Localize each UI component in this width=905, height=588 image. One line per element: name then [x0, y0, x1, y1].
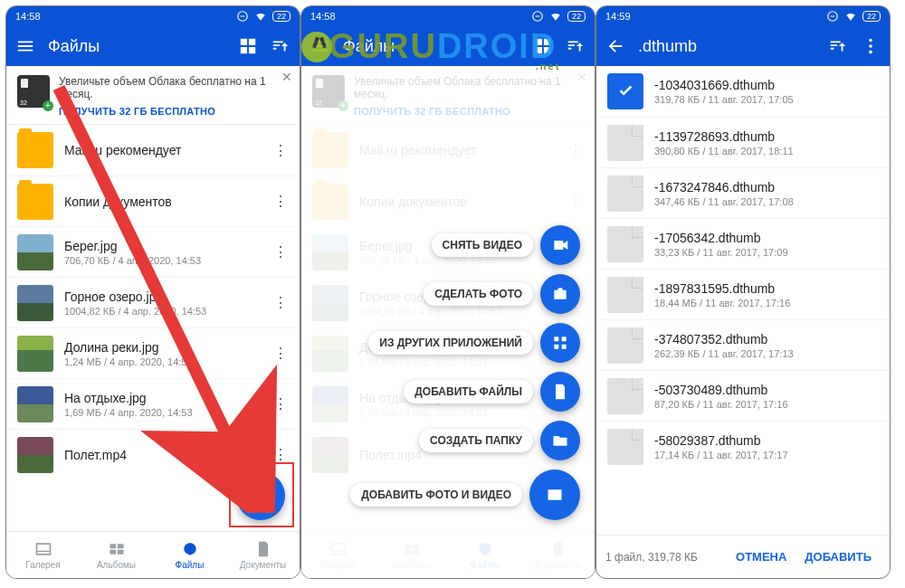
app-title: .dthumb: [638, 37, 815, 56]
file-name: Горное озеро.jpg: [64, 289, 260, 304]
file-row[interactable]: -1034031669.dthumb 319,78 КБ / 11 авг. 2…: [596, 66, 890, 117]
speed-dial-video-button[interactable]: [540, 225, 580, 265]
file-row[interactable]: -374807352.dthumb 262,39 КБ / 11 авг. 20…: [596, 319, 890, 370]
phone-1: 14:58 22 Файлы 32+ Увеличьте объем Облак…: [5, 5, 300, 579]
file-meta: 17,14 КБ / 11 авг. 2017, 17:17: [654, 450, 879, 460]
file-row[interactable]: На отдыхе.jpg 1,69 МБ / 4 апр. 2020, 14:…: [6, 378, 300, 429]
svg-point-3: [869, 44, 872, 48]
sort-icon[interactable]: [566, 36, 586, 56]
selection-summary: 1 файл, 319,78 КБ: [605, 551, 727, 564]
file-thumb: [17, 184, 53, 220]
status-bar: 14:58 22: [6, 6, 300, 26]
file-name: -58029387.dthumb: [654, 433, 879, 448]
status-icons: 22: [531, 10, 586, 23]
file-name: -1139728693.dthumb: [654, 129, 879, 144]
file-meta: 87,20 КБ / 11 авг. 2017, 17:16: [654, 399, 879, 410]
selection-footer: 1 файл, 319,78 КБ ОТМЕНА ДОБАВИТЬ: [596, 535, 890, 578]
apps-icon: [551, 334, 569, 352]
status-icons: 22: [236, 10, 291, 23]
checkbox-checked-icon[interactable]: [607, 73, 643, 109]
hamburger-icon[interactable]: [15, 36, 35, 56]
file-row[interactable]: Mail.ru рекомендует ⋮: [6, 125, 300, 175]
speed-dial-label[interactable]: СДЕЛАТЬ ФОТО: [424, 282, 533, 306]
app-bar: Файлы: [6, 26, 300, 66]
bottom-nav-альбомы[interactable]: Альбомы: [80, 532, 153, 578]
file-row[interactable]: Берег.jpg 706,70 КБ / 4 апр. 2020, 14:53…: [6, 226, 300, 277]
speed-dial-apps-button[interactable]: [540, 323, 580, 363]
app-bar: .dthumb: [596, 26, 890, 66]
speed-dial-label[interactable]: СОЗДАТЬ ПАПКУ: [419, 429, 533, 452]
file-icon: [607, 226, 643, 262]
file-icon: [607, 327, 643, 364]
speed-dial-image-button[interactable]: [529, 469, 580, 520]
file-meta: 390,80 КБ / 11 авг. 2017, 18:11: [654, 146, 879, 156]
row-overflow-icon[interactable]: ⋮: [271, 395, 289, 413]
phone-3: 14:59 22 .dthumb -1034031669.dthumb 319,…: [595, 5, 891, 579]
status-time: 14:58: [310, 11, 336, 22]
file-row[interactable]: Копии документов ⋮: [6, 175, 300, 226]
sort-icon[interactable]: [828, 36, 848, 56]
speed-dial-label[interactable]: ИЗ ДРУГИХ ПРИЛОЖЕНИЙ: [368, 331, 533, 355]
file-row[interactable]: -58029387.dthumb 17,14 КБ / 11 авг. 2017…: [596, 421, 890, 471]
close-icon[interactable]: ✕: [281, 70, 292, 84]
status-icons: 22: [826, 10, 881, 23]
add-button[interactable]: ДОБАВИТЬ: [795, 543, 881, 571]
file-row[interactable]: -17056342.dthumb 33,23 КБ / 11 авг. 2017…: [596, 218, 890, 269]
grid-view-icon[interactable]: [238, 36, 258, 56]
speed-dial-camera-button[interactable]: [540, 274, 580, 314]
dnd-icon: [826, 10, 839, 23]
file-thumb: [17, 336, 53, 372]
speed-dial-label[interactable]: СНЯТЬ ВИДЕО: [432, 233, 533, 257]
row-overflow-icon[interactable]: ⋮: [271, 142, 289, 159]
row-overflow-icon[interactable]: ⋮: [271, 345, 289, 362]
wifi-icon: [844, 10, 857, 23]
file-icon: [607, 378, 643, 414]
file-row[interactable]: -1139728693.dthumb 390,80 КБ / 11 авг. 2…: [596, 117, 890, 167]
speed-dial-folder-button[interactable]: [540, 421, 580, 460]
promo-cta[interactable]: ПОЛУЧИТЬ 32 ГБ БЕСПЛАТНО: [59, 106, 289, 117]
app-title: Файлы: [48, 37, 225, 56]
status-time: 14:59: [605, 11, 631, 22]
file-name: -17056342.dthumb: [654, 231, 879, 245]
video-icon: [551, 236, 569, 254]
bottom-nav-галерея[interactable]: Галерея: [6, 532, 80, 578]
nav-icon: [181, 540, 199, 558]
nav-label: Документы: [240, 560, 287, 570]
file-name: -1673247846.dthumb: [654, 180, 879, 194]
row-overflow-icon[interactable]: ⋮: [271, 193, 289, 210]
bottom-nav-документы[interactable]: Документы: [226, 532, 300, 578]
file-row[interactable]: Горное озеро.jpg 1004,82 КБ / 4 апр. 202…: [6, 277, 300, 327]
promo-banner[interactable]: 32+ Увеличьте объем Облака бесплатно на …: [6, 66, 300, 125]
folder-icon: [551, 432, 569, 450]
battery-icon: 22: [272, 11, 291, 22]
row-overflow-icon[interactable]: ⋮: [271, 294, 289, 311]
speed-dial-file-button[interactable]: [540, 372, 580, 412]
file-thumb: [17, 234, 53, 270]
file-row[interactable]: Долина реки.jpg 1,24 МБ / 4 апр. 2020, 1…: [6, 327, 300, 378]
row-overflow-icon[interactable]: ⋮: [271, 446, 289, 463]
file-icon: [607, 277, 643, 313]
file-thumb: [17, 285, 53, 321]
file-meta: 706,70 КБ / 4 апр. 2020, 14:53: [64, 255, 260, 266]
overflow-icon[interactable]: [861, 36, 881, 56]
file-name: На отдыхе.jpg: [64, 391, 260, 405]
file-row[interactable]: -1897831595.dthumb 18,44 МБ / 11 авг. 20…: [596, 269, 890, 319]
bottom-nav-файлы[interactable]: Файлы: [153, 532, 226, 578]
file-meta: 1004,82 КБ / 4 апр. 2020, 14:53: [64, 306, 260, 317]
fab-add-button[interactable]: [236, 471, 285, 520]
file-row[interactable]: -503730489.dthumb 87,20 КБ / 11 авг. 201…: [596, 370, 890, 421]
back-icon[interactable]: [605, 36, 625, 56]
speed-dial-label[interactable]: ДОБАВИТЬ ФОТО И ВИДЕО: [350, 483, 522, 507]
cancel-button[interactable]: ОТМЕНА: [727, 543, 795, 571]
sort-icon[interactable]: [271, 36, 291, 56]
svg-point-4: [869, 51, 872, 54]
nav-icon: [34, 540, 52, 558]
row-overflow-icon[interactable]: ⋮: [271, 243, 289, 261]
status-bar: 14:58 22: [301, 6, 595, 26]
file-icon: [607, 125, 643, 161]
file-meta: 347,46 КБ / 11 авг. 2017, 17:08: [654, 196, 879, 207]
speed-dial-label[interactable]: ДОБАВИТЬ ФАЙЛЫ: [404, 380, 533, 403]
file-name: Берег.jpg: [64, 239, 260, 253]
camera-icon: [551, 285, 569, 303]
file-row[interactable]: -1673247846.dthumb 347,46 КБ / 11 авг. 2…: [596, 167, 890, 218]
